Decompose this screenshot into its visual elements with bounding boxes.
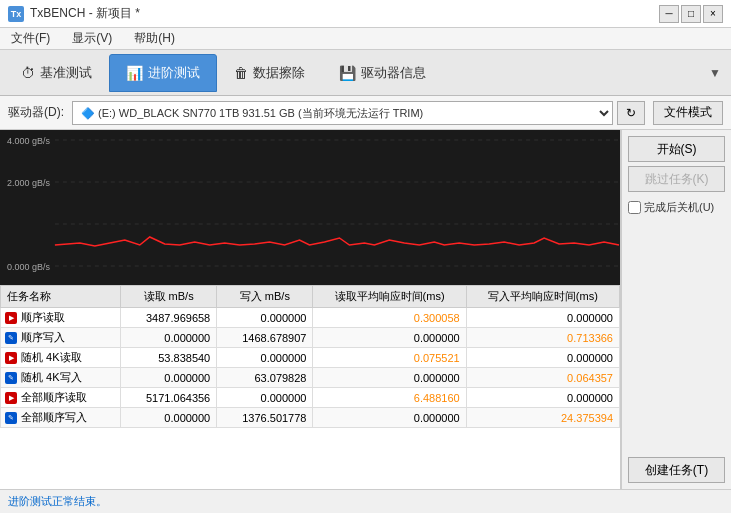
tab-baseline[interactable]: ⏱ 基准测试	[4, 54, 109, 92]
write-avg-value: 0.713366	[466, 328, 619, 348]
erase-icon: 🗑	[234, 65, 248, 81]
write-avg-value: 0.000000	[466, 348, 619, 368]
app-icon: Tx	[8, 6, 24, 22]
drive-row: 驱动器(D): 🔷 (E:) WD_BLACK SN770 1TB 931.51…	[0, 96, 731, 130]
tab-erase[interactable]: 🗑 数据擦除	[217, 54, 322, 92]
task-name: 全部顺序写入	[21, 410, 87, 425]
read-avg-value: 0.075521	[313, 348, 466, 368]
skip-task-button[interactable]: 跳过任务(K)	[628, 166, 725, 192]
table-row: ▶ 随机 4K读取 53.838540 0.000000 0.075521 0.…	[1, 348, 620, 368]
tab-advanced[interactable]: 📊 进阶测试	[109, 54, 217, 92]
write-avg-value: 0.000000	[466, 308, 619, 328]
read-avg-value: 6.488160	[313, 388, 466, 408]
task-name-cell: ▶ 随机 4K读取	[1, 348, 121, 368]
task-name: 全部顺序读取	[21, 390, 87, 405]
svg-text:0.000 gB/s: 0.000 gB/s	[7, 262, 50, 272]
write-value: 0.000000	[217, 308, 313, 328]
task-type-icon: ✎	[5, 332, 17, 344]
window-title: TxBENCH - 新项目 *	[30, 5, 140, 22]
table-row: ✎ 全部顺序写入 0.000000 1376.501778 0.000000 2…	[1, 408, 620, 428]
left-panel: 4.000 gB/s 2.000 gB/s 0.000 gB/s 任务名称 读取…	[0, 130, 621, 489]
drive-select[interactable]: 🔷 (E:) WD_BLACK SN770 1TB 931.51 GB (当前环…	[72, 101, 613, 125]
task-name-cell: ✎ 随机 4K写入	[1, 368, 121, 388]
menu-help[interactable]: 帮助(H)	[131, 29, 178, 48]
read-avg-value: 0.000000	[313, 328, 466, 348]
read-value: 0.000000	[121, 368, 217, 388]
toolbar-arrow[interactable]: ▼	[703, 62, 727, 84]
task-type-icon: ▶	[5, 392, 17, 404]
svg-text:4.000 gB/s: 4.000 gB/s	[7, 136, 50, 146]
write-avg-value: 0.000000	[466, 388, 619, 408]
window-controls: ─ □ ×	[659, 5, 723, 23]
task-name: 顺序写入	[21, 330, 65, 345]
col-header-writeavg: 写入平均响应时间(ms)	[466, 286, 619, 308]
table-row: ▶ 顺序读取 3487.969658 0.000000 0.300058 0.0…	[1, 308, 620, 328]
read-value: 0.000000	[121, 328, 217, 348]
read-value: 53.838540	[121, 348, 217, 368]
col-header-taskname: 任务名称	[1, 286, 121, 308]
task-name-cell: ✎ 顺序写入	[1, 328, 121, 348]
title-bar: Tx TxBENCH - 新项目 * ─ □ ×	[0, 0, 731, 28]
menu-bar: 文件(F) 显示(V) 帮助(H)	[0, 28, 731, 50]
col-header-read: 读取 mB/s	[121, 286, 217, 308]
read-avg-value: 0.300058	[313, 308, 466, 328]
drive-label: 驱动器(D):	[8, 104, 64, 121]
shutdown-checkbox-row: 完成后关机(U)	[628, 200, 725, 215]
read-value: 5171.064356	[121, 388, 217, 408]
read-value: 0.000000	[121, 408, 217, 428]
refresh-icon: ↻	[626, 106, 636, 120]
file-mode-button[interactable]: 文件模式	[653, 101, 723, 125]
right-panel: 开始(S) 跳过任务(K) 完成后关机(U) 创建任务(T)	[621, 130, 731, 489]
read-avg-value: 0.000000	[313, 368, 466, 388]
write-value: 1468.678907	[217, 328, 313, 348]
table-row: ▶ 全部顺序读取 5171.064356 0.000000 6.488160 0…	[1, 388, 620, 408]
shutdown-checkbox[interactable]	[628, 201, 641, 214]
write-value: 1376.501778	[217, 408, 313, 428]
results-table: 任务名称 读取 mB/s 写入 mB/s 读取平均响应时间(ms) 写入平均响应…	[0, 285, 620, 489]
menu-file[interactable]: 文件(F)	[8, 29, 53, 48]
shutdown-label[interactable]: 完成后关机(U)	[644, 200, 714, 215]
task-name: 随机 4K读取	[21, 350, 82, 365]
task-type-icon: ✎	[5, 412, 17, 424]
write-value: 63.079828	[217, 368, 313, 388]
col-header-write: 写入 mB/s	[217, 286, 313, 308]
tab-driverinfo[interactable]: 💾 驱动器信息	[322, 54, 443, 92]
write-avg-value: 24.375394	[466, 408, 619, 428]
toolbar: ⏱ 基准测试 📊 进阶测试 🗑 数据擦除 💾 驱动器信息 ▼	[0, 50, 731, 96]
read-avg-value: 0.000000	[313, 408, 466, 428]
create-task-button[interactable]: 创建任务(T)	[628, 457, 725, 483]
maximize-button[interactable]: □	[681, 5, 701, 23]
col-header-readavg: 读取平均响应时间(ms)	[313, 286, 466, 308]
drive-refresh-button[interactable]: ↻	[617, 101, 645, 125]
minimize-button[interactable]: ─	[659, 5, 679, 23]
close-button[interactable]: ×	[703, 5, 723, 23]
task-name-cell: ▶ 全部顺序读取	[1, 388, 121, 408]
task-type-icon: ▶	[5, 312, 17, 324]
svg-text:2.000 gB/s: 2.000 gB/s	[7, 178, 50, 188]
status-text: 进阶测试正常结束。	[8, 494, 107, 509]
task-type-icon: ▶	[5, 352, 17, 364]
baseline-icon: ⏱	[21, 65, 35, 81]
table-row: ✎ 随机 4K写入 0.000000 63.079828 0.000000 0.…	[1, 368, 620, 388]
read-value: 3487.969658	[121, 308, 217, 328]
write-value: 0.000000	[217, 388, 313, 408]
chart-svg: 4.000 gB/s 2.000 gB/s 0.000 gB/s	[0, 130, 620, 285]
menu-view[interactable]: 显示(V)	[69, 29, 115, 48]
main-content: 4.000 gB/s 2.000 gB/s 0.000 gB/s 任务名称 读取…	[0, 130, 731, 489]
svg-rect-0	[0, 130, 620, 285]
chart-area: 4.000 gB/s 2.000 gB/s 0.000 gB/s	[0, 130, 620, 285]
task-name: 随机 4K写入	[21, 370, 82, 385]
start-button[interactable]: 开始(S)	[628, 136, 725, 162]
table-row: ✎ 顺序写入 0.000000 1468.678907 0.000000 0.7…	[1, 328, 620, 348]
advanced-icon: 📊	[126, 65, 143, 81]
task-name-cell: ✎ 全部顺序写入	[1, 408, 121, 428]
driverinfo-icon: 💾	[339, 65, 356, 81]
task-name: 顺序读取	[21, 310, 65, 325]
status-bar: 进阶测试正常结束。	[0, 489, 731, 513]
task-name-cell: ▶ 顺序读取	[1, 308, 121, 328]
write-value: 0.000000	[217, 348, 313, 368]
write-avg-value: 0.064357	[466, 368, 619, 388]
task-type-icon: ✎	[5, 372, 17, 384]
